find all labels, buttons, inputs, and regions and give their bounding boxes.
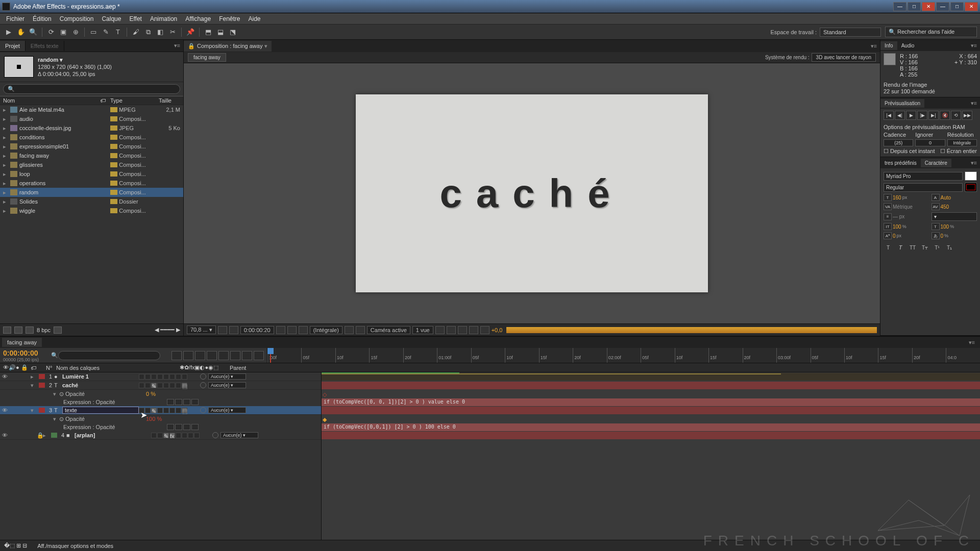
project-item[interactable]: ▸wiggleComposi... (0, 206, 183, 215)
menu-animation[interactable]: Animation (146, 15, 181, 22)
menu-effet[interactable]: Effet (125, 15, 145, 22)
last-frame-icon[interactable]: ▶| (928, 111, 939, 120)
zoom-tool-icon[interactable]: 🔍 (28, 27, 39, 38)
leading-value[interactable]: Auto (941, 195, 951, 201)
rotate-tool-icon[interactable]: ⟳ (45, 27, 57, 38)
pixel-aspect-icon[interactable] (435, 326, 445, 334)
bpc-toggle[interactable]: 8 bpc (37, 327, 51, 333)
roi-icon[interactable] (345, 326, 354, 334)
fullscreen-checkbox[interactable]: ☐ Écran entier (940, 148, 977, 155)
project-tab[interactable]: Projet (0, 41, 26, 51)
workspace-select[interactable]: Standard (820, 28, 881, 37)
world-axis-icon[interactable]: ⬓ (215, 27, 226, 38)
interpret-footage-icon[interactable] (3, 327, 11, 334)
rect-tool-icon[interactable]: ▭ (88, 27, 99, 38)
shy-icon[interactable] (195, 351, 205, 360)
text-tool-icon[interactable]: T (112, 27, 124, 38)
mute-icon[interactable]: 🔇 (940, 111, 950, 120)
prev-frame-icon[interactable]: ◀| (895, 111, 905, 120)
timeline-icon[interactable] (458, 326, 467, 334)
cadence-select[interactable]: (25) (884, 139, 913, 146)
project-item[interactable]: ▸Aie aie Metal.m4aMPEG2,1 M (0, 105, 183, 114)
menu-fichier[interactable]: Fichier (2, 15, 29, 22)
local-axis-icon[interactable]: ⬒ (203, 27, 214, 38)
next-frame-icon[interactable]: |▶ (917, 111, 927, 120)
playhead-icon[interactable] (267, 348, 274, 363)
menu-aide[interactable]: Aide (244, 15, 264, 22)
tsume-value[interactable]: 0 (941, 233, 944, 239)
font-family-select[interactable]: Myriad Pro (884, 172, 963, 181)
close-button[interactable]: ✕ (922, 2, 935, 11)
camera-tool-icon[interactable]: ▣ (58, 27, 69, 38)
first-frame-icon[interactable]: |◀ (884, 111, 894, 120)
minimize2-button[interactable]: — (936, 2, 949, 11)
puppet-tool-icon[interactable]: 📌 (185, 27, 196, 38)
comp-panel-menu-icon[interactable]: ▾≡ (868, 43, 880, 49)
res-select[interactable]: Intégrale (947, 139, 977, 146)
brush-tool-icon[interactable]: 🖌 (130, 27, 141, 38)
panel-menu-icon[interactable]: ▾≡ (171, 42, 183, 49)
stroke-style-select[interactable]: ▾ (932, 212, 977, 221)
flowchart-icon[interactable] (469, 326, 478, 334)
resolution-select[interactable]: (Intégrale) (310, 326, 342, 334)
font-style-select[interactable]: Regular (884, 183, 963, 192)
character-tab[interactable]: Caractère (921, 159, 951, 167)
project-item[interactable]: ▸operationsComposi... (0, 179, 183, 188)
auto-keyframe-icon[interactable] (254, 351, 264, 360)
ram-preview-icon[interactable]: ▶▶ (962, 111, 972, 120)
eraser-tool-icon[interactable]: ◧ (155, 27, 166, 38)
loop-icon[interactable]: ⟲ (951, 111, 961, 120)
view-layout-select[interactable]: 1 vue (412, 326, 433, 334)
layer-tracks[interactable]: ◇if (toCompVec([0, 0, 1])[2] > 0 ) value… (322, 372, 980, 540)
minimize-button[interactable]: — (893, 2, 906, 11)
comp-viewer-tab[interactable]: 🔒 Composition : facing away ▾ (184, 41, 272, 52)
composition-viewer[interactable]: caché (184, 63, 880, 323)
motion-blur-icon[interactable] (218, 351, 229, 360)
stroke-color[interactable] (965, 183, 977, 192)
timeline-tab[interactable]: facing away (2, 338, 42, 347)
menu-composition[interactable]: Composition (56, 15, 98, 22)
baseline-value[interactable]: 0 (893, 233, 896, 239)
menu-edition[interactable]: Édition (29, 15, 56, 22)
camera-select[interactable]: Caméra active (367, 326, 410, 334)
comp-mini-flowchart-icon[interactable] (172, 351, 182, 360)
project-item[interactable]: ▸expressionsimple01Composi... (0, 142, 183, 151)
clone-tool-icon[interactable]: ⧉ (142, 27, 154, 38)
effects-tab[interactable]: Effets texte (26, 41, 64, 51)
from-current-checkbox[interactable]: ☐ Depuis cet instant (884, 148, 935, 155)
col-name[interactable]: Nom (3, 97, 100, 104)
project-item[interactable]: ▸audioComposi... (0, 114, 183, 123)
project-search-input[interactable]: 🔍 (3, 84, 180, 94)
project-item-list[interactable]: ▸Aie aie Metal.m4aMPEG2,1 M▸audioComposi… (0, 105, 183, 323)
audio-tab[interactable]: Audio (897, 41, 919, 50)
play-icon[interactable]: ▶ (906, 111, 916, 120)
subscript-icon[interactable]: T₁ (945, 243, 954, 252)
pan-behind-tool-icon[interactable]: ⊕ (70, 27, 81, 38)
allcaps-icon[interactable]: TT (908, 243, 917, 252)
faux-bold-icon[interactable]: T (884, 243, 893, 252)
smallcaps-icon[interactable]: Tᴛ (920, 243, 929, 252)
char-menu-icon[interactable]: ▾≡ (968, 160, 980, 166)
preview-menu-icon[interactable]: ▾≡ (968, 100, 980, 107)
channel-icon[interactable] (287, 326, 297, 334)
toggle-switches-icon[interactable]: �⬚ ⊞ ⊟ (4, 542, 27, 549)
new-folder-icon[interactable] (14, 327, 22, 334)
pen-tool-icon[interactable]: ✎ (100, 27, 111, 38)
menu-calque[interactable]: Calque (97, 15, 125, 22)
help-search-input[interactable]: 🔍 Rechercher dans l'aide (885, 27, 977, 37)
view-axis-icon[interactable]: ⬔ (227, 27, 238, 38)
project-item[interactable]: ▸facing awayComposi... (0, 151, 183, 160)
vscale-value[interactable]: 100 (893, 224, 901, 230)
timeline-search-input[interactable] (58, 351, 160, 360)
menu-fenetre[interactable]: Fenêtre (215, 15, 244, 22)
res-down-icon[interactable] (218, 326, 227, 334)
fast-preview-icon[interactable] (447, 326, 456, 334)
graph-editor-icon[interactable] (242, 351, 252, 360)
col-type[interactable]: Type (110, 97, 146, 104)
project-item[interactable]: ▸loopComposi... (0, 169, 183, 179)
comp-lock-icon[interactable]: 🔒 (188, 43, 195, 49)
current-timecode[interactable]: 0:00:00:00 00000 (25,00 ips) (0, 348, 51, 363)
tracking-value[interactable]: 450 (941, 204, 949, 210)
draft3d-icon[interactable] (183, 351, 193, 360)
reset-exposure-icon[interactable] (480, 326, 489, 334)
